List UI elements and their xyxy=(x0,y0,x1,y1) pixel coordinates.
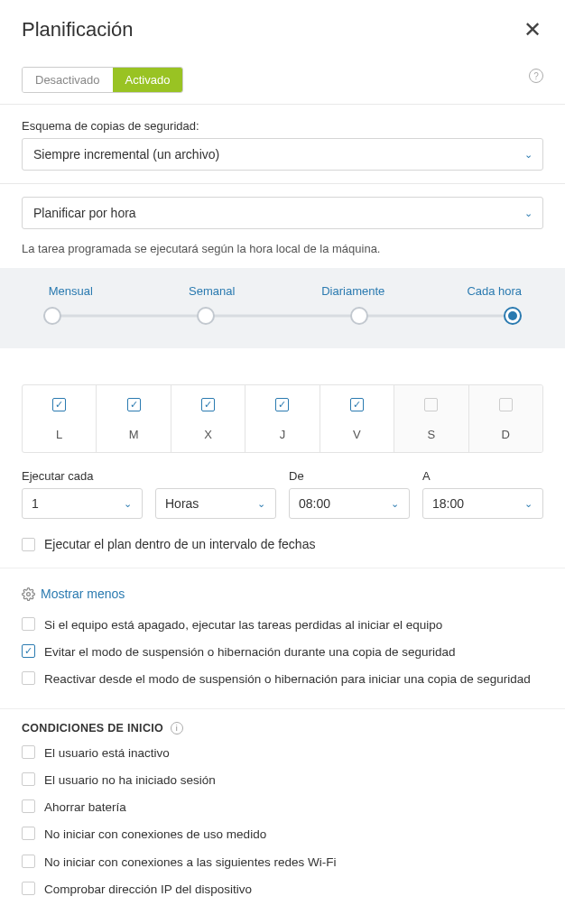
info-icon[interactable]: i xyxy=(171,722,183,735)
schedule-hint: La tarea programada se ejecutará según l… xyxy=(22,242,543,268)
gear-icon xyxy=(22,587,35,601)
day-letter: J xyxy=(280,428,286,441)
condition-label: Comprobar dirección IP del dispositivo xyxy=(44,882,252,898)
day-letter: X xyxy=(204,428,212,441)
condition-label: El usuario está inactivo xyxy=(44,745,170,762)
date-range-row: Ejecutar el plan dentro de un intervalo … xyxy=(0,519,565,568)
day-letter: S xyxy=(427,428,435,441)
day-checkbox[interactable] xyxy=(350,398,364,411)
exec-every-value-select[interactable]: 1 xyxy=(22,488,143,519)
day-cell-X[interactable]: X xyxy=(171,385,245,452)
disable-button[interactable]: Desactivado xyxy=(23,68,113,92)
enable-segmented-control: Desactivado Activado xyxy=(22,67,183,93)
condition-checkbox[interactable] xyxy=(22,745,35,759)
day-letter: M xyxy=(129,428,139,441)
condition-row: No iniciar con conexiones a las siguient… xyxy=(22,855,543,871)
advanced-option-row: Si el equipo está apagado, ejecutar las … xyxy=(22,617,543,633)
advanced-option-checkbox[interactable] xyxy=(22,617,35,631)
condition-checkbox[interactable] xyxy=(22,772,35,786)
schedule-mode-block: Planificar por hora ⌄ La tarea programad… xyxy=(0,184,565,268)
dialog-header: Planificación ✕ xyxy=(0,0,565,58)
day-cell-M[interactable]: M xyxy=(97,385,171,452)
frequency-dot-3[interactable] xyxy=(504,307,522,325)
condition-checkbox[interactable] xyxy=(22,855,35,868)
day-checkbox[interactable] xyxy=(127,398,141,411)
day-cell-D[interactable]: D xyxy=(469,385,542,452)
conditions-header: CONDICIONES DE INICIO i xyxy=(0,709,565,745)
close-icon[interactable]: ✕ xyxy=(522,19,543,41)
condition-checkbox[interactable] xyxy=(22,882,35,895)
day-cell-V[interactable]: V xyxy=(320,385,394,452)
date-range-checkbox[interactable] xyxy=(22,538,35,551)
day-checkbox[interactable] xyxy=(52,398,66,411)
day-checkbox[interactable] xyxy=(201,398,215,411)
backup-scheme-select[interactable]: Siempre incremental (un archivo) xyxy=(22,138,543,171)
condition-row: El usuario está inactivo xyxy=(22,745,543,762)
enable-button[interactable]: Activado xyxy=(113,68,183,92)
condition-row: El usuario no ha iniciado sesión xyxy=(22,772,543,789)
condition-row: Ahorrar batería xyxy=(22,799,543,816)
day-checkbox[interactable] xyxy=(499,398,513,411)
day-checkbox[interactable] xyxy=(424,398,438,411)
days-of-week: LMXJVSD xyxy=(0,348,565,453)
frequency-option-cada hora[interactable]: Cada hora xyxy=(424,284,566,298)
advanced-option-label: Reactivar desde el modo de suspensión o … xyxy=(44,671,531,688)
day-letter: D xyxy=(502,428,510,441)
advanced-option-row: Reactivar desde el modo de suspensión o … xyxy=(22,671,543,688)
condition-label: No iniciar con conexiones a las siguient… xyxy=(44,855,336,871)
exec-to-select[interactable]: 18:00 xyxy=(422,488,543,519)
date-range-label: Ejecutar el plan dentro de un intervalo … xyxy=(44,537,315,551)
exec-unit-select[interactable]: Horas xyxy=(155,488,276,519)
enable-toggle-row: Desactivado Activado ? xyxy=(0,58,565,105)
exec-every-label: Ejecutar cada xyxy=(22,469,143,483)
advanced-option-checkbox[interactable] xyxy=(22,671,35,685)
exec-to-label: A xyxy=(422,469,543,483)
backup-scheme-label: Esquema de copias de seguridad: xyxy=(22,119,543,133)
day-checkbox[interactable] xyxy=(275,398,289,411)
day-cell-J[interactable]: J xyxy=(245,385,320,452)
day-cell-S[interactable]: S xyxy=(394,385,468,452)
day-letter: L xyxy=(56,428,62,441)
frequency-selector: MensualSemanalDiariamenteCada hora xyxy=(0,268,565,348)
help-icon[interactable]: ? xyxy=(529,69,543,83)
frequency-dot-1[interactable] xyxy=(197,307,215,325)
frequency-option-diariamente[interactable]: Diariamente xyxy=(282,284,424,298)
day-cell-L[interactable]: L xyxy=(23,385,97,452)
exec-from-label: De xyxy=(289,469,410,483)
condition-label: No iniciar con conexiones de uso medido xyxy=(44,827,266,843)
show-less-toggle[interactable]: Mostrar menos xyxy=(0,568,565,617)
day-letter: V xyxy=(353,428,361,441)
exec-from-select[interactable]: 08:00 xyxy=(289,488,410,519)
advanced-option-checkbox[interactable] xyxy=(22,644,35,658)
frequency-dot-0[interactable] xyxy=(43,307,61,325)
svg-point-0 xyxy=(27,592,31,596)
start-conditions: El usuario está inactivoEl usuario no ha… xyxy=(0,745,565,924)
schedule-dialog: Planificación ✕ Desactivado Activado ? E… xyxy=(0,0,565,924)
condition-row: Comprobar dirección IP del dispositivo xyxy=(22,882,543,898)
condition-label: Ahorrar batería xyxy=(44,799,126,816)
backup-scheme-block: Esquema de copias de seguridad: Siempre … xyxy=(0,105,565,184)
frequency-option-semanal[interactable]: Semanal xyxy=(142,284,283,298)
condition-checkbox[interactable] xyxy=(22,827,35,840)
frequency-track-line xyxy=(43,315,522,318)
dialog-title: Planificación xyxy=(22,18,134,42)
execution-row: Ejecutar cada 1 ⌄ Horas ⌄ De 08:00 ⌄ A 1… xyxy=(0,453,565,519)
advanced-option-row: Evitar el modo de suspensión o hibernaci… xyxy=(22,644,543,661)
frequency-option-mensual[interactable]: Mensual xyxy=(0,284,142,298)
advanced-options: Si el equipo está apagado, ejecutar las … xyxy=(0,617,565,709)
condition-checkbox[interactable] xyxy=(22,799,35,813)
advanced-option-label: Si el equipo está apagado, ejecutar las … xyxy=(44,617,442,633)
schedule-mode-select[interactable]: Planificar por hora xyxy=(22,197,543,229)
condition-row: No iniciar con conexiones de uso medido xyxy=(22,827,543,843)
show-less-label: Mostrar menos xyxy=(41,587,125,601)
frequency-dot-2[interactable] xyxy=(350,307,368,325)
condition-label: El usuario no ha iniciado sesión xyxy=(44,772,216,789)
advanced-option-label: Evitar el modo de suspensión o hibernaci… xyxy=(44,644,456,661)
